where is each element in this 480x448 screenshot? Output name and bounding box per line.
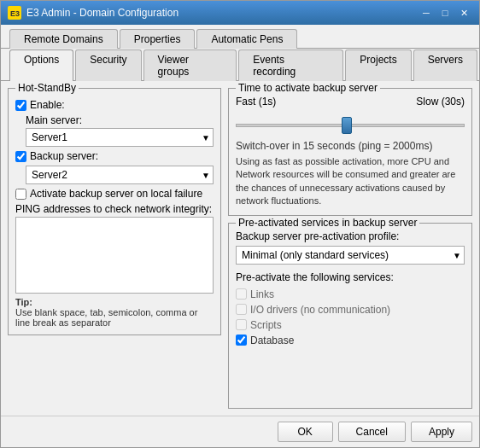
tab-properties[interactable]: Properties	[120, 29, 196, 49]
right-panel: Time to activate backup server Fast (1s)…	[228, 88, 472, 409]
enable-row: Enable:	[15, 99, 214, 111]
slow-label: Slow (30s)	[416, 96, 465, 108]
backup-server-checkbox[interactable]	[15, 151, 26, 162]
tab-security[interactable]: Security	[75, 49, 141, 81]
scripts-label: Scripts	[250, 319, 282, 331]
title-bar-left: E3 E3 Admin - Domain Configuration	[8, 6, 179, 20]
activate-backup-checkbox[interactable]	[15, 189, 26, 200]
tab-viewer-groups[interactable]: Viewer groups	[143, 49, 237, 81]
tip-title: Tip:	[15, 297, 32, 307]
hot-standby-group: Hot-StandBy Enable: Main server: Server1…	[8, 88, 221, 335]
preactivated-group: Pre-activated services in backup server …	[228, 223, 472, 409]
window-title: E3 Admin - Domain Configuration	[26, 7, 179, 19]
ok-button[interactable]: OK	[278, 422, 333, 442]
footer: OK Cancel Apply	[1, 416, 479, 447]
service-io: I/O drivers (no communication)	[236, 304, 465, 316]
tab-options[interactable]: Options	[9, 49, 73, 81]
links-label: Links	[250, 288, 274, 300]
profile-dropdown[interactable]: Minimal (only standard services) Full Cu…	[236, 246, 465, 265]
activate-backup-row: Activate backup server on local failure	[15, 188, 214, 200]
apply-button[interactable]: Apply	[411, 422, 472, 442]
maximize-button[interactable]: □	[436, 5, 454, 20]
cancel-button[interactable]: Cancel	[338, 422, 406, 442]
links-checkbox[interactable]	[236, 288, 247, 300]
backup-server-row: Backup server:	[15, 150, 214, 162]
backup-time-slider[interactable]	[236, 124, 465, 127]
services-label: Pre-activate the following services:	[236, 271, 465, 283]
backup-server-dropdown[interactable]: Server1 Server2	[26, 166, 214, 184]
left-panel: Hot-StandBy Enable: Main server: Server1…	[8, 88, 221, 409]
title-bar: E3 E3 Admin - Domain Configuration ─ □ ✕	[1, 1, 479, 25]
database-checkbox[interactable]	[236, 335, 247, 346]
tab-projects[interactable]: Projects	[345, 49, 411, 81]
slider-wrapper	[236, 111, 465, 133]
tab-row-2: Options Security Viewer groups Events re…	[1, 49, 479, 81]
slider-labels: Fast (1s) Slow (30s)	[236, 96, 465, 108]
backup-time-title: Time to activate backup server	[236, 82, 380, 94]
minimize-button[interactable]: ─	[418, 5, 435, 20]
profile-dropdown-wrapper: Minimal (only standard services) Full Cu…	[236, 246, 465, 265]
tab-row-1: Remote Domains Properties Automatic Pens	[1, 25, 479, 49]
io-label: I/O drivers (no communication)	[250, 304, 390, 316]
close-button[interactable]: ✕	[455, 5, 472, 20]
app-icon: E3	[8, 6, 21, 20]
activate-backup-label: Activate backup server on local failure	[30, 188, 202, 200]
tip-text: Use blank space, tab, semicolon, comma o…	[15, 307, 197, 328]
ping-area: PING addresses to check network integrit…	[15, 203, 214, 294]
preactivated-title: Pre-activated services in backup server	[236, 217, 419, 229]
svg-text:E3: E3	[10, 9, 20, 18]
content-area: Hot-StandBy Enable: Main server: Server1…	[1, 81, 479, 416]
hot-standby-title: Hot-StandBy	[15, 82, 79, 94]
service-database: Database	[236, 335, 465, 346]
ping-label: PING addresses to check network integrit…	[15, 203, 214, 215]
backup-server-label: Backup server:	[30, 150, 98, 162]
tab-automatic-pens[interactable]: Automatic Pens	[196, 29, 297, 49]
fast-label: Fast (1s)	[236, 96, 276, 108]
main-server-wrapper: Server1 Server2 ▼	[26, 128, 214, 147]
ping-textarea[interactable]	[15, 217, 214, 294]
tab-remote-domains[interactable]: Remote Domains	[9, 29, 118, 49]
title-controls: ─ □ ✕	[418, 5, 472, 20]
service-scripts: Scripts	[236, 319, 465, 331]
main-window: E3 E3 Admin - Domain Configuration ─ □ ✕…	[0, 0, 480, 448]
switchover-text: Switch-over in 15 seconds (ping = 2000ms…	[236, 140, 465, 152]
tab-servers[interactable]: Servers	[413, 49, 477, 81]
backup-time-group: Time to activate backup server Fast (1s)…	[228, 88, 472, 216]
profile-label: Backup server pre-activation profile:	[236, 230, 465, 242]
tab-events-recording[interactable]: Events recording	[238, 49, 343, 81]
service-links: Links	[236, 288, 465, 300]
backup-server-wrapper: Server1 Server2 ▼	[26, 166, 214, 184]
enable-checkbox[interactable]	[15, 100, 26, 111]
main-server-label: Main server:	[26, 114, 214, 126]
description-text: Using as fast as possible activation, mo…	[236, 155, 465, 208]
main-server-dropdown[interactable]: Server1 Server2	[26, 128, 214, 147]
tip-container: Tip: Use blank space, tab, semicolon, co…	[15, 297, 214, 328]
enable-label: Enable:	[30, 99, 65, 111]
database-label: Database	[250, 335, 294, 346]
io-checkbox[interactable]	[236, 304, 247, 315]
scripts-checkbox[interactable]	[236, 319, 247, 330]
